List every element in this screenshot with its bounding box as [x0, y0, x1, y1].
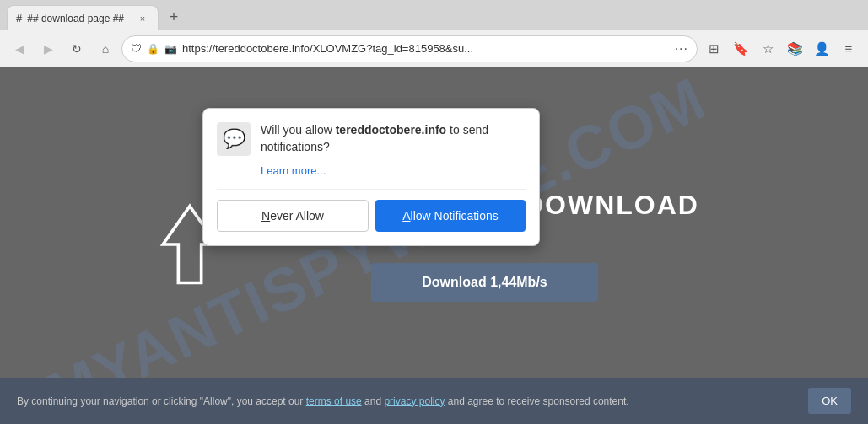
notification-popup: 💬 Will you allow tereddoctobere.info to … [202, 108, 540, 246]
bookmarks-sync-button[interactable]: 🔖 [728, 36, 753, 62]
active-tab[interactable]: # ## download page ## × [7, 5, 159, 30]
learn-more-link[interactable]: Learn more... [261, 164, 526, 177]
footer-text: By continuing your navigation or clickin… [17, 395, 795, 407]
navigation-bar: ◀ ▶ ↻ ⌂ 🛡 🔒 📷 https://tereddoctobere.inf… [0, 30, 868, 67]
back-button[interactable]: ◀ [7, 36, 32, 62]
more-options-button[interactable]: ≡ [836, 36, 861, 62]
tab-bar: # ## download page ## × + [0, 0, 868, 30]
star-button[interactable]: ☆ [755, 36, 780, 62]
download-btn-speed: 1,44Mb/s [490, 275, 547, 289]
message-prefix: Will you allow [261, 123, 336, 137]
notification-domain: tereddoctobere.info [336, 123, 446, 137]
tab-title: ## download page ## [27, 13, 131, 24]
tab-close-button[interactable]: × [136, 12, 149, 25]
popup-buttons: Never Allow Allow Notifications [217, 189, 526, 232]
allow-notifications-button[interactable]: Allow Notifications [375, 200, 526, 232]
refresh-button[interactable]: ↻ [64, 36, 89, 62]
home-button[interactable]: ⌂ [93, 36, 118, 62]
new-tab-button[interactable]: + [162, 5, 186, 29]
footer-bar: By continuing your navigation or clickin… [0, 378, 868, 424]
terms-of-use-link[interactable]: terms of use [306, 395, 362, 407]
notification-popup-icon: 💬 [217, 122, 251, 156]
toolbar-right: ⊞ 🔖 ☆ 📚 👤 ≡ [701, 36, 861, 62]
sync-button[interactable]: 👤 [809, 36, 834, 62]
footer-text-before-tos: By continuing your navigation or clickin… [17, 395, 306, 407]
never-allow-label-rest: ever Allow [270, 209, 324, 223]
tab-favicon: # [16, 12, 22, 24]
never-allow-button[interactable]: Never Allow [217, 200, 369, 232]
url-text: https://tereddoctobere.info/XLOVMZG?tag_… [182, 42, 670, 55]
camera-icon: 📷 [164, 43, 177, 55]
page-content: MYANTISPYWARE.COM YOU HAVE 14 TO DOWNLOA… [0, 67, 868, 424]
allow-notifications-label-rest: llow Notifications [411, 209, 499, 223]
popup-header: 💬 Will you allow tereddoctobere.info to … [217, 122, 526, 156]
forward-button[interactable]: ▶ [35, 36, 61, 62]
extensions-button[interactable]: ⊞ [701, 36, 726, 62]
library-button[interactable]: 📚 [782, 36, 807, 62]
address-more-button[interactable]: ··· [675, 41, 688, 56]
address-bar[interactable]: 🛡 🔒 📷 https://tereddoctobere.info/XLOVMZ… [121, 35, 698, 62]
privacy-policy-link[interactable]: privacy policy [384, 395, 445, 407]
footer-text-after: and agree to receive sponsored content. [445, 395, 628, 407]
shield-icon: 🛡 [131, 42, 142, 55]
ok-button[interactable]: OK [808, 388, 851, 414]
footer-text-between: and [362, 395, 385, 407]
popup-message: Will you allow tereddoctobere.info to se… [261, 122, 526, 155]
download-button[interactable]: Download 1,44Mb/s [371, 263, 597, 302]
lock-icon: 🔒 [147, 43, 159, 55]
download-btn-prefix: Download [422, 275, 490, 289]
browser-window: # ## download page ## × + ◀ ▶ ↻ ⌂ 🛡 🔒 📷 … [0, 0, 868, 424]
